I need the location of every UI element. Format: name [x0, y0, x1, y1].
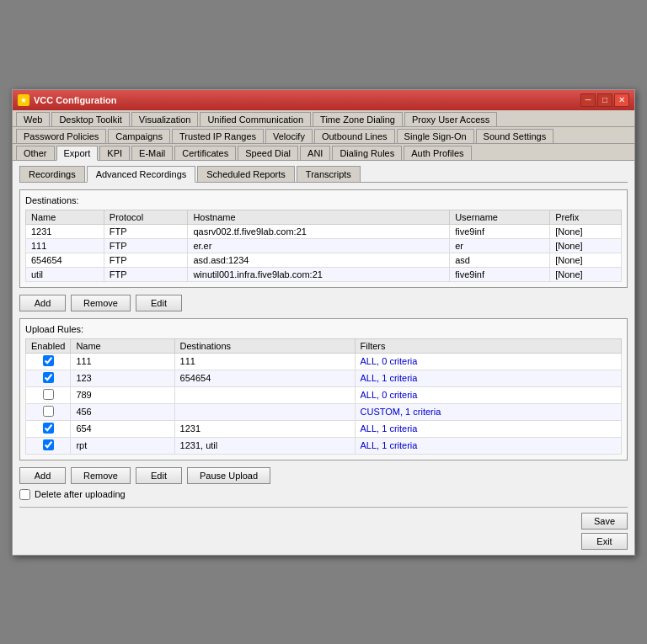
tab-speed-dial[interactable]: Speed Dial	[238, 146, 298, 160]
dest-col-protocol: Protocol	[104, 210, 188, 224]
sub-tabs: RecordingsAdvanced RecordingsScheduled R…	[19, 166, 628, 183]
upload-enabled-cell[interactable]	[26, 403, 71, 420]
list-item[interactable]: 789ALL, 0 criteria	[26, 386, 622, 403]
tab-ani[interactable]: ANI	[300, 146, 330, 160]
dest-cell-protocol: FTP	[104, 238, 188, 253]
tab-row-3: OtherExportKPIE-MailCertificatesSpeed Di…	[13, 144, 634, 161]
title-controls: ─ □ ✕	[580, 93, 629, 107]
upload-filter-cell: ALL, 1 criteria	[355, 370, 621, 386]
list-item[interactable]: rpt1231, utilALL, 1 criteria	[26, 437, 622, 454]
dest-cell-hostname: winutil001.infra.five9lab.com:21	[188, 267, 450, 281]
tab-visualization[interactable]: Visualization	[131, 112, 199, 126]
dest-cell-name: 111	[26, 238, 104, 253]
upload-remove-button[interactable]: Remove	[71, 467, 131, 484]
tab-export[interactable]: Export	[56, 146, 99, 161]
upload-enabled-cell[interactable]	[26, 420, 71, 437]
table-row[interactable]: 111FTPer.erer[None]	[26, 238, 622, 253]
upload-rules-section: Upload Rules: EnabledNameDestinationsFil…	[19, 318, 628, 460]
upload-dest-cell: 1231	[174, 420, 355, 437]
upload-rules-label: Upload Rules:	[25, 324, 622, 334]
tab-web[interactable]: Web	[16, 112, 50, 126]
main-window: ★ VCC Configuration ─ □ ✕ WebDesktop Too…	[12, 89, 635, 556]
subtab-scheduled-reports[interactable]: Scheduled Reports	[197, 166, 295, 182]
destinations-label: Destinations:	[25, 195, 622, 205]
upload-name-cell: 654	[71, 420, 174, 437]
upload-enabled-checkbox[interactable]	[43, 389, 54, 400]
upload-name-cell: 111	[71, 353, 174, 370]
minimize-button[interactable]: ─	[580, 93, 596, 107]
tab-outbound-lines[interactable]: Outbound Lines	[314, 129, 395, 143]
dest-cell-prefix: [None]	[550, 224, 622, 238]
subtab-advanced-recordings[interactable]: Advanced Recordings	[87, 166, 196, 183]
dest-col-prefix: Prefix	[550, 210, 622, 224]
dest-cell-prefix: [None]	[550, 253, 622, 267]
tab-campaigns[interactable]: Campaigns	[108, 129, 170, 143]
list-item[interactable]: 6541231ALL, 1 criteria	[26, 420, 622, 437]
upload-name-cell: rpt	[71, 437, 174, 454]
tab-certificates[interactable]: Certificates	[174, 146, 236, 160]
upload-add-button[interactable]: Add	[19, 467, 66, 484]
dest-cell-hostname: er.er	[188, 238, 450, 253]
divider	[19, 507, 628, 508]
upload-col-filters: Filters	[355, 338, 621, 353]
dest-remove-button[interactable]: Remove	[71, 295, 131, 311]
tab-password-policies[interactable]: Password Policies	[16, 129, 106, 143]
upload-name-cell: 456	[71, 403, 174, 420]
delete-after-uploading-checkbox[interactable]	[19, 489, 30, 500]
exit-button[interactable]: Exit	[581, 533, 628, 550]
list-item[interactable]: 123654654ALL, 1 criteria	[26, 370, 622, 386]
tab-e-mail[interactable]: E-Mail	[131, 146, 173, 160]
upload-enabled-checkbox[interactable]	[43, 423, 54, 434]
subtab-recordings[interactable]: Recordings	[19, 166, 85, 182]
tab-auth-profiles[interactable]: Auth Profiles	[404, 146, 471, 160]
upload-name-cell: 123	[71, 370, 174, 386]
tab-desktop-toolkit[interactable]: Desktop Toolkit	[51, 112, 129, 126]
tab-time-zone-dialing[interactable]: Time Zone Dialing	[313, 112, 403, 126]
upload-enabled-cell[interactable]	[26, 386, 71, 403]
list-item[interactable]: 111111ALL, 0 criteria	[26, 353, 622, 370]
dest-add-button[interactable]: Add	[19, 295, 66, 311]
dest-cell-name: 654654	[26, 253, 104, 267]
list-item[interactable]: 456CUSTOM, 1 criteria	[26, 403, 622, 420]
tab-proxy-user-access[interactable]: Proxy User Access	[404, 112, 497, 126]
upload-enabled-checkbox[interactable]	[43, 372, 54, 383]
tab-velocify[interactable]: Velocify	[265, 129, 313, 143]
destinations-section: Destinations: NameProtocolHostnameUserna…	[19, 189, 628, 288]
tab-dialing-rules[interactable]: Dialing Rules	[332, 146, 402, 160]
dest-cell-username: asd	[450, 253, 550, 267]
upload-col-destinations: Destinations	[174, 338, 355, 353]
tab-kpi[interactable]: KPI	[99, 146, 130, 160]
subtab-transcripts[interactable]: Transcripts	[297, 166, 361, 182]
dest-edit-button[interactable]: Edit	[136, 295, 182, 311]
upload-enabled-checkbox[interactable]	[43, 406, 54, 417]
upload-dest-cell: 111	[174, 353, 355, 370]
upload-enabled-checkbox[interactable]	[43, 439, 54, 450]
upload-enabled-checkbox[interactable]	[43, 355, 54, 366]
dest-cell-hostname: asd.asd:1234	[188, 253, 450, 267]
tab-single-sign-on[interactable]: Single Sign-On	[397, 129, 474, 143]
upload-enabled-cell[interactable]	[26, 370, 71, 386]
upload-filter-cell: ALL, 0 criteria	[355, 353, 621, 370]
upload-enabled-cell[interactable]	[26, 353, 71, 370]
upload-enabled-cell[interactable]	[26, 437, 71, 454]
dest-col-username: Username	[450, 210, 550, 224]
save-button[interactable]: Save	[581, 513, 628, 530]
pause-upload-button[interactable]: Pause Upload	[187, 467, 270, 484]
close-button[interactable]: ✕	[614, 93, 629, 107]
table-row[interactable]: utilFTPwinutil001.infra.five9lab.com:21f…	[26, 267, 622, 281]
table-row[interactable]: 654654FTPasd.asd:1234asd[None]	[26, 253, 622, 267]
dest-cell-prefix: [None]	[550, 238, 622, 253]
tab-sound-settings[interactable]: Sound Settings	[476, 129, 554, 143]
table-row[interactable]: 1231FTPqasrv002.tf.five9lab.com:21five9i…	[26, 224, 622, 238]
title-bar-left: ★ VCC Configuration	[18, 94, 116, 106]
tab-other[interactable]: Other	[16, 146, 55, 160]
tab-unified-communication[interactable]: Unified Communication	[200, 112, 311, 126]
upload-filter-cell: ALL, 1 criteria	[355, 437, 621, 454]
dest-cell-prefix: [None]	[550, 267, 622, 281]
upload-col-name: Name	[71, 338, 174, 353]
tab-trusted-ip-ranges[interactable]: Trusted IP Ranges	[172, 129, 264, 143]
maximize-button[interactable]: □	[597, 93, 612, 107]
delete-after-uploading-label: Delete after uploading	[35, 489, 126, 499]
upload-edit-button[interactable]: Edit	[136, 467, 182, 484]
upload-btn-row: Add Remove Edit Pause Upload	[19, 467, 628, 484]
